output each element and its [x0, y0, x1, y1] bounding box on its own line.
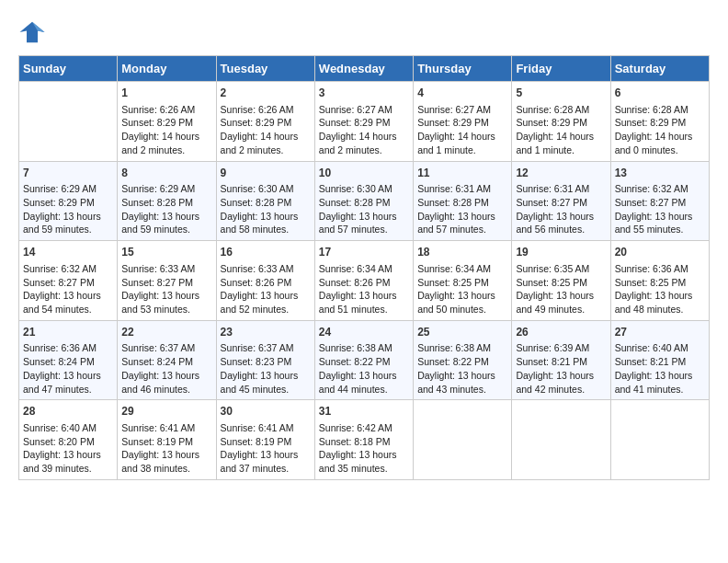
day-sun-info: Sunrise: 6:29 AMSunset: 8:29 PMDaylight:…	[23, 182, 113, 236]
header-sunday: Sunday	[19, 56, 118, 82]
logo	[18, 18, 50, 46]
calendar-day-cell: 7Sunrise: 6:29 AMSunset: 8:29 PMDaylight…	[19, 161, 118, 241]
day-number: 20	[615, 245, 705, 260]
day-sun-info: Sunrise: 6:33 AMSunset: 8:26 PMDaylight:…	[221, 262, 311, 316]
day-sun-info: Sunrise: 6:42 AMSunset: 8:18 PMDaylight:…	[319, 421, 409, 476]
day-number: 16	[221, 245, 311, 260]
day-number: 27	[615, 325, 705, 340]
day-sun-info: Sunrise: 6:39 AMSunset: 8:21 PMDaylight:…	[516, 341, 606, 396]
calendar-day-cell: 18Sunrise: 6:34 AMSunset: 8:25 PMDayligh…	[414, 241, 512, 321]
day-sun-info: Sunrise: 6:40 AMSunset: 8:20 PMDaylight:…	[23, 421, 113, 476]
day-number: 23	[221, 325, 311, 340]
calendar-day-cell: 15Sunrise: 6:33 AMSunset: 8:27 PMDayligh…	[118, 241, 216, 321]
header-saturday: Saturday	[610, 56, 709, 82]
day-sun-info: Sunrise: 6:27 AMSunset: 8:29 PMDaylight:…	[319, 103, 409, 157]
day-sun-info: Sunrise: 6:41 AMSunset: 8:19 PMDaylight:…	[121, 421, 211, 476]
day-sun-info: Sunrise: 6:27 AMSunset: 8:29 PMDaylight:…	[417, 103, 507, 157]
calendar-day-cell: 9Sunrise: 6:30 AMSunset: 8:28 PMDaylight…	[216, 161, 314, 241]
day-number: 9	[221, 166, 311, 181]
calendar-week-row: 7Sunrise: 6:29 AMSunset: 8:29 PMDaylight…	[19, 161, 710, 241]
calendar-day-cell: 14Sunrise: 6:32 AMSunset: 8:27 PMDayligh…	[19, 241, 118, 321]
calendar-day-cell: 4Sunrise: 6:27 AMSunset: 8:29 PMDaylight…	[414, 82, 512, 162]
calendar-day-cell: 6Sunrise: 6:28 AMSunset: 8:29 PMDaylight…	[610, 82, 709, 162]
day-number: 8	[121, 166, 211, 181]
calendar-header: Sunday Monday Tuesday Wednesday Thursday…	[19, 56, 710, 82]
header-thursday: Thursday	[414, 56, 512, 82]
day-number: 25	[417, 325, 507, 340]
day-number: 15	[121, 245, 211, 260]
day-number: 22	[121, 325, 211, 340]
day-number: 18	[417, 245, 507, 260]
calendar-day-cell: 17Sunrise: 6:34 AMSunset: 8:26 PMDayligh…	[314, 241, 413, 321]
calendar-day-cell: 25Sunrise: 6:38 AMSunset: 8:22 PMDayligh…	[414, 320, 512, 400]
svg-marker-0	[20, 22, 45, 43]
calendar-day-cell: 13Sunrise: 6:32 AMSunset: 8:27 PMDayligh…	[610, 161, 709, 241]
day-number: 5	[516, 86, 606, 101]
calendar-week-row: 21Sunrise: 6:36 AMSunset: 8:24 PMDayligh…	[19, 320, 710, 400]
day-sun-info: Sunrise: 6:36 AMSunset: 8:25 PMDaylight:…	[615, 262, 705, 316]
header-friday: Friday	[512, 56, 610, 82]
calendar-day-cell: 12Sunrise: 6:31 AMSunset: 8:27 PMDayligh…	[512, 161, 610, 241]
day-number: 30	[221, 404, 311, 419]
page-header	[18, 18, 710, 46]
logo-icon	[18, 18, 46, 46]
day-number: 12	[516, 166, 606, 181]
calendar-day-cell: 5Sunrise: 6:28 AMSunset: 8:29 PMDaylight…	[512, 82, 610, 162]
day-sun-info: Sunrise: 6:37 AMSunset: 8:24 PMDaylight:…	[121, 341, 211, 396]
day-sun-info: Sunrise: 6:36 AMSunset: 8:24 PMDaylight:…	[23, 341, 113, 396]
day-sun-info: Sunrise: 6:28 AMSunset: 8:29 PMDaylight:…	[516, 103, 606, 157]
calendar-day-cell: 31Sunrise: 6:42 AMSunset: 8:18 PMDayligh…	[314, 400, 413, 480]
calendar-week-row: 1Sunrise: 6:26 AMSunset: 8:29 PMDaylight…	[19, 82, 710, 162]
day-number: 26	[516, 325, 606, 340]
calendar-day-cell: 30Sunrise: 6:41 AMSunset: 8:19 PMDayligh…	[216, 400, 314, 480]
day-sun-info: Sunrise: 6:32 AMSunset: 8:27 PMDaylight:…	[615, 182, 705, 236]
calendar-week-row: 14Sunrise: 6:32 AMSunset: 8:27 PMDayligh…	[19, 241, 710, 321]
day-number: 4	[417, 86, 507, 101]
day-sun-info: Sunrise: 6:31 AMSunset: 8:27 PMDaylight:…	[516, 182, 606, 236]
day-number: 24	[319, 325, 409, 340]
day-number: 29	[121, 404, 211, 419]
calendar-day-cell: 29Sunrise: 6:41 AMSunset: 8:19 PMDayligh…	[118, 400, 216, 480]
day-number: 1	[121, 86, 211, 101]
day-sun-info: Sunrise: 6:26 AMSunset: 8:29 PMDaylight:…	[121, 103, 211, 157]
day-number: 3	[319, 86, 409, 101]
day-sun-info: Sunrise: 6:33 AMSunset: 8:27 PMDaylight:…	[121, 262, 211, 316]
day-number: 14	[23, 245, 113, 260]
day-number: 10	[319, 166, 409, 181]
day-sun-info: Sunrise: 6:38 AMSunset: 8:22 PMDaylight:…	[417, 341, 507, 396]
calendar-day-cell: 24Sunrise: 6:38 AMSunset: 8:22 PMDayligh…	[314, 320, 413, 400]
calendar-day-cell: 1Sunrise: 6:26 AMSunset: 8:29 PMDaylight…	[118, 82, 216, 162]
day-sun-info: Sunrise: 6:38 AMSunset: 8:22 PMDaylight:…	[319, 341, 409, 396]
day-sun-info: Sunrise: 6:28 AMSunset: 8:29 PMDaylight:…	[615, 103, 705, 157]
day-number: 21	[23, 325, 113, 340]
calendar-day-cell: 22Sunrise: 6:37 AMSunset: 8:24 PMDayligh…	[118, 320, 216, 400]
day-number: 13	[615, 166, 705, 181]
calendar-day-cell: 11Sunrise: 6:31 AMSunset: 8:28 PMDayligh…	[414, 161, 512, 241]
calendar-day-cell: 20Sunrise: 6:36 AMSunset: 8:25 PMDayligh…	[610, 241, 709, 321]
calendar-day-cell	[610, 400, 709, 480]
calendar-table: Sunday Monday Tuesday Wednesday Thursday…	[18, 55, 710, 480]
day-sun-info: Sunrise: 6:35 AMSunset: 8:25 PMDaylight:…	[516, 262, 606, 316]
day-sun-info: Sunrise: 6:31 AMSunset: 8:28 PMDaylight:…	[417, 182, 507, 236]
day-sun-info: Sunrise: 6:41 AMSunset: 8:19 PMDaylight:…	[221, 421, 311, 476]
calendar-day-cell	[19, 82, 118, 162]
day-number: 19	[516, 245, 606, 260]
calendar-day-cell: 28Sunrise: 6:40 AMSunset: 8:20 PMDayligh…	[19, 400, 118, 480]
calendar-day-cell	[414, 400, 512, 480]
day-number: 11	[417, 166, 507, 181]
header-tuesday: Tuesday	[216, 56, 314, 82]
day-sun-info: Sunrise: 6:30 AMSunset: 8:28 PMDaylight:…	[221, 182, 311, 236]
day-number: 2	[221, 86, 311, 101]
calendar-day-cell: 8Sunrise: 6:29 AMSunset: 8:28 PMDaylight…	[118, 161, 216, 241]
calendar-day-cell	[512, 400, 610, 480]
day-number: 6	[615, 86, 705, 101]
day-number: 28	[23, 404, 113, 419]
day-sun-info: Sunrise: 6:26 AMSunset: 8:29 PMDaylight:…	[221, 103, 311, 157]
day-sun-info: Sunrise: 6:34 AMSunset: 8:26 PMDaylight:…	[319, 262, 409, 316]
header-wednesday: Wednesday	[314, 56, 413, 82]
day-sun-info: Sunrise: 6:32 AMSunset: 8:27 PMDaylight:…	[23, 262, 113, 316]
calendar-day-cell: 19Sunrise: 6:35 AMSunset: 8:25 PMDayligh…	[512, 241, 610, 321]
calendar-day-cell: 10Sunrise: 6:30 AMSunset: 8:28 PMDayligh…	[314, 161, 413, 241]
calendar-day-cell: 27Sunrise: 6:40 AMSunset: 8:21 PMDayligh…	[610, 320, 709, 400]
day-sun-info: Sunrise: 6:34 AMSunset: 8:25 PMDaylight:…	[417, 262, 507, 316]
